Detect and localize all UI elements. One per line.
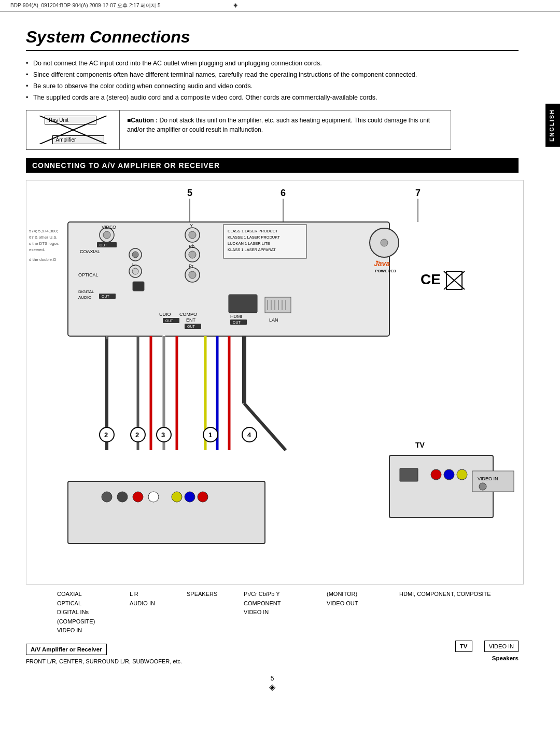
svg-text:OUT: OUT — [100, 243, 108, 247]
svg-point-111 — [479, 483, 486, 490]
svg-text:POWERED: POWERED — [375, 269, 397, 273]
caution-box: This Unit Amplifier ■Caution : Do not st… — [26, 110, 451, 150]
video-in-box: VIDEO IN — [484, 641, 519, 652]
svg-text:UDIO: UDIO — [159, 312, 171, 317]
svg-point-96 — [102, 492, 112, 502]
svg-point-28 — [189, 251, 196, 258]
tv-section-label: TV — [455, 641, 472, 652]
svg-point-97 — [117, 492, 128, 502]
svg-text:Pr: Pr — [189, 263, 193, 269]
svg-text:LAN: LAN — [269, 317, 278, 323]
svg-text:CLASS 1   LASER PRODUCT: CLASS 1 LASER PRODUCT — [228, 229, 278, 233]
svg-text:OUT: OUT — [233, 321, 241, 324]
svg-text:COAXIAL: COAXIAL — [80, 249, 100, 254]
svg-text:Pb: Pb — [189, 244, 194, 249]
svg-point-25 — [132, 268, 138, 274]
svg-point-101 — [185, 492, 195, 502]
speakers-label: SPEAKERS — [187, 590, 239, 635]
svg-text:1: 1 — [208, 431, 212, 439]
svg-rect-109 — [472, 471, 514, 492]
audio-in-label: L R AUDIO IN — [130, 590, 181, 635]
svg-point-20 — [132, 252, 138, 258]
svg-text:2: 2 — [135, 431, 139, 439]
top-bar-text: BDP-904(A)_091204:BDP-904(A) 2009-12-07 … — [10, 3, 161, 8]
svg-text:TV: TV — [415, 441, 425, 449]
bullet-1: Do not connect the AC input cord into th… — [26, 58, 519, 68]
svg-rect-55 — [265, 297, 291, 313]
caution-text: ■Caution : Do not stack this unit on the… — [120, 110, 451, 149]
svg-text:COMPO: COMPO — [179, 312, 197, 317]
svg-text:VIDEO: VIDEO — [102, 225, 116, 230]
svg-text:™: ™ — [375, 260, 380, 265]
page-number: 5 ◈ — [26, 675, 519, 692]
svg-text:2: 2 — [104, 431, 108, 439]
page-title: System Connections — [26, 27, 519, 51]
svg-text:AUDIO: AUDIO — [78, 295, 91, 300]
svg-text:67 & other U.S.: 67 & other U.S. — [29, 235, 58, 240]
cross-icon — [39, 116, 107, 144]
hdmi-component-label: HDMI, COMPONENT, COMPOSITE — [399, 590, 513, 635]
svg-point-22 — [189, 231, 196, 239]
caution-diagram: This Unit Amplifier — [26, 110, 120, 149]
svg-text:CE: CE — [421, 271, 441, 287]
number-6: 6 — [281, 188, 286, 198]
bullet-2: Since different components often have di… — [26, 70, 519, 80]
svg-point-98 — [133, 492, 143, 502]
svg-point-14 — [103, 231, 110, 239]
number-7: 7 — [415, 188, 421, 198]
svg-rect-31 — [133, 282, 144, 291]
svg-rect-51 — [229, 295, 257, 313]
svg-text:L: L — [132, 262, 135, 267]
svg-point-100 — [172, 492, 182, 502]
english-label: ENGLISH — [545, 104, 560, 147]
svg-point-108 — [457, 469, 467, 480]
section-header: CONNECTING TO A/V AMPLIFIER OR RECEIVER — [26, 158, 519, 173]
svg-text:d the double-D: d the double-D — [29, 257, 57, 262]
svg-text:LUOKAN 1  LASER LITE: LUOKAN 1 LASER LITE — [228, 241, 270, 246]
coaxial-label: COAXIAL OPTICAL DIGITAL INs (COMPOSITE) … — [57, 590, 99, 635]
monitor-out-label: (MONITOR) VIDEO OUT — [327, 590, 389, 635]
svg-text:4: 4 — [247, 431, 251, 439]
bullet-3: Be sure to observe the color coding when… — [26, 81, 519, 91]
svg-text:eserved.: eserved. — [29, 247, 45, 252]
svg-text:574; 5,974,380;: 574; 5,974,380; — [29, 229, 58, 233]
top-bar: BDP-904(A)_091204:BDP-904(A) 2009-12-07 … — [0, 0, 560, 12]
av-section: A/V Amplifier or Receiver — [26, 644, 107, 655]
bullet-4: The supplied cords are a (stereo) audio … — [26, 92, 519, 103]
svg-text:HDMI: HDMI — [230, 314, 242, 319]
svg-rect-95 — [68, 481, 265, 544]
svg-text:KLASS 1   LASER APPARAT: KLASS 1 LASER APPARAT — [228, 247, 276, 252]
svg-point-71 — [381, 239, 388, 246]
svg-point-107 — [444, 469, 454, 480]
svg-text:VIDEO IN: VIDEO IN — [478, 476, 498, 481]
svg-rect-105 — [400, 468, 418, 481]
diagram-svg: 5 6 7 574; 5,974,380; 67 & other U.S. s … — [26, 180, 524, 585]
svg-text:OPTICAL: OPTICAL — [78, 272, 99, 277]
svg-text:Y: Y — [190, 223, 193, 228]
bullet-list: Do not connect the AC input cord into th… — [26, 58, 519, 103]
bottom-info-row: A/V Amplifier or Receiver FRONT L/R, CEN… — [26, 641, 519, 664]
svg-text:DIGITAL: DIGITAL — [78, 289, 94, 294]
component-label: Pr/Cr Cb/Pb Y COMPONENT VIDEO IN — [244, 590, 316, 635]
tv-speakers-right: TV VIDEO IN Speakers — [445, 641, 519, 661]
svg-text:ENT: ENT — [186, 317, 196, 323]
svg-point-106 — [431, 469, 441, 480]
svg-text:OUT: OUT — [102, 295, 110, 298]
svg-text:3: 3 — [161, 431, 165, 439]
svg-text:s the DTS logos: s the DTS logos — [29, 241, 59, 246]
svg-text:OUT: OUT — [187, 325, 195, 328]
svg-text:OUT: OUT — [165, 319, 174, 323]
svg-point-33 — [189, 271, 196, 279]
svg-point-99 — [148, 492, 159, 502]
speakers-bold-label: Speakers — [492, 655, 519, 661]
diagram-area: 5 6 7 574; 5,974,380; 67 & other U.S. s … — [26, 180, 524, 585]
number-5: 5 — [187, 188, 192, 198]
av-amplifier-label: A/V Amplifier or Receiver FRONT L/R, CEN… — [26, 641, 445, 664]
svg-point-102 — [198, 492, 208, 502]
svg-text:KLASSE 1  LASER PRODUKT: KLASSE 1 LASER PRODUKT — [228, 235, 280, 240]
